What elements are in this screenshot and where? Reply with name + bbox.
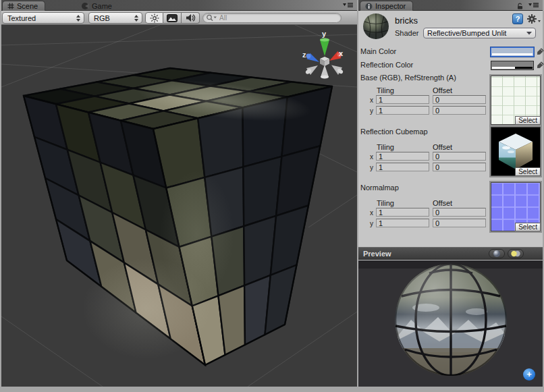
inspector-tabstrip: Inspector: [358, 0, 543, 11]
y-row-label: y: [370, 107, 373, 115]
cubemap-label: Reflection Cubemap: [360, 128, 428, 136]
image-icon: [167, 14, 178, 22]
normalmap-offset-y-input[interactable]: [433, 219, 486, 227]
offset-header: Offset: [433, 86, 452, 94]
tiling-header: Tiling: [377, 143, 394, 151]
updown-arrows-icon: [76, 14, 81, 22]
preview-title: Preview: [363, 250, 391, 258]
offset-header: Offset: [433, 199, 452, 207]
inspector-panel: Inspector: [358, 0, 543, 387]
base-map-label: Base (RGB), RefStrength (A): [360, 74, 456, 82]
scene-toolbar: Textured RGB: [1, 11, 357, 25]
sun-icon: [150, 13, 159, 23]
help-icon[interactable]: ?: [512, 13, 523, 24]
image-effects-toggle-button[interactable]: [163, 12, 182, 24]
base-offset-x-input[interactable]: [433, 95, 486, 104]
tab-scene-label: Scene: [17, 2, 38, 10]
material-preview-ball: [362, 13, 389, 40]
scene-search: [202, 13, 342, 23]
x-row-label: x: [370, 96, 373, 104]
updown-arrows-icon: [134, 14, 139, 22]
info-icon: [365, 3, 373, 10]
cubemap-tiling-y-input[interactable]: [376, 163, 429, 171]
base-tiling-x-input[interactable]: [376, 95, 429, 104]
tab-game-label: Game: [92, 2, 112, 10]
tab-game[interactable]: Game: [76, 1, 117, 11]
eyedropper-icon[interactable]: [536, 61, 544, 69]
chevron-down-icon: [526, 31, 532, 35]
color-mode-dropdown[interactable]: RGB: [88, 12, 142, 24]
color-mode-value: RGB: [94, 14, 110, 22]
lock-icon[interactable]: [516, 3, 524, 9]
scene-viewport[interactable]: yzx: [1, 25, 357, 387]
main-color-label: Main Color: [360, 47, 396, 55]
speaker-icon: [186, 13, 196, 22]
normalmap-tiling-x-input[interactable]: [376, 208, 429, 217]
offset-header: Offset: [433, 143, 452, 151]
svg-text:z: z: [302, 51, 306, 59]
preview-sphere: [358, 260, 543, 387]
material-header: bricks ? Shader: [358, 11, 543, 43]
unity-editor-window: Scene Game Textured: [0, 0, 544, 392]
base-offset-y-input[interactable]: [433, 106, 486, 115]
cubemap-tiling-x-input[interactable]: [376, 152, 429, 161]
svg-text:y: y: [322, 30, 327, 38]
material-preview-area[interactable]: +: [358, 260, 543, 387]
normalmap-offset-x-input[interactable]: [433, 208, 486, 217]
preview-sphere-button[interactable]: [489, 249, 505, 258]
tab-inspector-label: Inspector: [375, 2, 406, 10]
sphere-icon: [493, 250, 501, 258]
x-row-label: x: [370, 209, 373, 217]
base-texture-thumbnail[interactable]: Select: [491, 76, 541, 125]
shader-dropdown[interactable]: Reflective/Bumped Unlit: [423, 28, 536, 38]
material-name: bricks: [395, 16, 418, 26]
y-row-label: y: [370, 164, 373, 171]
y-row-label: y: [370, 220, 373, 227]
preview-header: Preview: [358, 247, 543, 260]
eyedropper-icon[interactable]: [536, 47, 544, 56]
cubemap-thumbnail[interactable]: Select: [491, 127, 541, 176]
tiling-header: Tiling: [377, 86, 394, 94]
scene-search-input[interactable]: [202, 13, 342, 23]
svg-text:x: x: [339, 49, 344, 57]
reflection-color-alpha-bar: [492, 67, 533, 69]
scene-pane-menu-icon[interactable]: [343, 2, 354, 8]
main-color-swatch[interactable]: [491, 47, 534, 57]
tab-inspector[interactable]: Inspector: [360, 1, 413, 11]
cubemap-offset-y-input[interactable]: [433, 163, 486, 171]
inspector-pane-menu-icon[interactable]: [528, 2, 539, 8]
normalmap-label: Normalmap: [360, 184, 399, 192]
main-color-alpha-bar: [492, 53, 533, 55]
render-mode-value: Textured: [7, 14, 36, 22]
x-row-label: x: [370, 153, 373, 161]
reflection-color-label: Reflection Color: [360, 61, 413, 69]
preview-lighting-button[interactable]: [508, 249, 524, 258]
gear-icon[interactable]: [526, 13, 541, 24]
lighting-toggle-button[interactable]: [145, 12, 163, 24]
base-tiling-y-input[interactable]: [376, 106, 429, 115]
shader-value: Reflective/Bumped Unlit: [427, 29, 506, 37]
lighting-icon: [510, 250, 521, 258]
game-icon: [81, 2, 89, 10]
cubemap-offset-x-input[interactable]: [433, 152, 486, 161]
grid-icon: [7, 3, 14, 9]
search-icon[interactable]: [206, 13, 217, 22]
tiling-header: Tiling: [377, 199, 394, 207]
shader-label: Shader: [395, 29, 418, 37]
scene-panel: Scene Game Textured: [1, 0, 357, 387]
render-mode-dropdown[interactable]: Textured: [2, 12, 84, 24]
scene-tabstrip: Scene Game: [1, 0, 357, 11]
normalmap-thumbnail[interactable]: Select: [491, 182, 541, 231]
cubemap-select-button[interactable]: Select: [515, 167, 541, 176]
audio-toggle-button[interactable]: [182, 12, 200, 24]
base-select-button[interactable]: Select: [515, 116, 541, 125]
normalmap-tiling-y-input[interactable]: [376, 219, 429, 227]
assetbundle-plus-icon[interactable]: +: [523, 368, 535, 381]
tab-scene[interactable]: Scene: [2, 1, 45, 11]
normalmap-select-button[interactable]: Select: [515, 223, 541, 231]
reflection-color-swatch[interactable]: [491, 61, 534, 70]
